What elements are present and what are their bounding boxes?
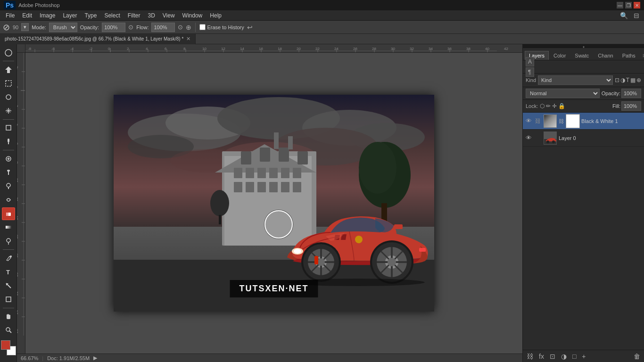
svg-rect-17 [8, 187, 9, 189]
new-layer-icon[interactable]: + [580, 352, 587, 361]
filter-kind-select[interactable]: Kind Name Effect Mode Attribute Color Sm… [538, 75, 613, 85]
fill-value-input[interactable] [621, 101, 641, 111]
text-tool[interactable]: T [2, 265, 15, 278]
svg-point-151 [210, 190, 229, 216]
active-tab[interactable]: photo-1527247043589-98e6ac08f56c.jpg @ 6… [0, 34, 196, 44]
tool-preset-button[interactable] [2, 46, 15, 59]
svg-rect-177 [314, 256, 318, 264]
eraser-tool[interactable] [2, 207, 15, 220]
mode-select[interactable]: Brush Pencil Block [49, 23, 77, 32]
layer-thumb-bw1 [544, 115, 557, 128]
layer-visibility-bw1[interactable]: 👁 [526, 117, 533, 124]
delete-layer-icon[interactable]: 🗑 [632, 352, 642, 361]
canvas-viewport[interactable]: TUTSXEN·NET [25, 53, 522, 354]
opacity-input[interactable] [102, 23, 125, 32]
shape-tool[interactable] [2, 293, 15, 306]
lock-transparent-icon[interactable]: ⬡ [540, 103, 545, 109]
svg-rect-28 [8, 314, 8, 317]
filter-pixel-icon[interactable]: ⊡ [615, 77, 619, 83]
filter-shape-icon[interactable]: ▦ [630, 77, 636, 83]
history-brush-icon[interactable]: ↩ [247, 24, 253, 31]
clone-tool[interactable] [2, 180, 15, 192]
erase-history-checkbox[interactable]: Erase to History [199, 24, 244, 30]
lock-artboards-icon[interactable]: 🔒 [558, 103, 565, 109]
flow-input[interactable] [151, 23, 175, 32]
close-button[interactable]: ✕ [634, 2, 640, 8]
layer-style-icon[interactable]: fx [537, 352, 546, 361]
menu-view[interactable]: View [159, 11, 179, 20]
lasso-tool[interactable] [2, 90, 15, 103]
minimize-button[interactable]: — [617, 2, 623, 8]
move-tool[interactable] [2, 63, 15, 76]
dodge-tool[interactable] [2, 235, 15, 247]
layer-thumb-layer0 [544, 132, 557, 145]
airbrush-icon[interactable]: ⊕ [186, 24, 191, 31]
flow-icon: ⊙ [178, 24, 183, 31]
eyedropper-tool[interactable] [2, 135, 15, 148]
magic-wand-tool[interactable] [2, 105, 15, 117]
brush-tool[interactable] [2, 166, 15, 179]
layer-mask-icon[interactable]: ⊡ [548, 352, 557, 361]
filter-text-icon[interactable]: T [626, 77, 629, 83]
canvas-area[interactable]: -8 -6 -4 -2 0 2 4 6 8 10 12 14 16 18 20 … [17, 44, 522, 362]
foreground-background-colors[interactable] [1, 340, 16, 355]
panel-menu-icon[interactable]: ≡ [641, 50, 644, 60]
svg-rect-147 [288, 136, 293, 149]
menu-layer[interactable]: Layer [59, 11, 81, 20]
lock-pixels-icon[interactable]: ✏ [546, 103, 551, 109]
status-arrow[interactable]: ▶ [93, 355, 97, 361]
tab-channels[interactable]: Chann [594, 51, 617, 60]
zoom-tool[interactable] [2, 324, 15, 337]
tool-preset-icon[interactable]: ⊘ [3, 22, 10, 33]
layer-visibility-layer0[interactable]: 👁 [526, 134, 533, 141]
menu-file[interactable]: File [2, 11, 18, 20]
menu-select[interactable]: Select [100, 11, 124, 20]
panel-tabs: Layers Color Swatc Chann Paths ≡ [523, 48, 644, 60]
menu-edit[interactable]: Edit [18, 11, 36, 20]
new-group-icon[interactable]: □ [570, 352, 578, 361]
brush-preset-icon[interactable]: ▾ [21, 23, 29, 31]
svg-rect-25 [6, 297, 11, 302]
tab-paths[interactable]: Paths [618, 51, 640, 60]
hand-tool[interactable] [2, 310, 15, 323]
new-fill-layer-icon[interactable]: ◑ [559, 352, 569, 361]
tab-color[interactable]: Color [549, 51, 570, 60]
filter-smartobject-icon[interactable]: ⊕ [636, 77, 641, 83]
layer-item-bw1[interactable]: 👁 ⛓ ⛓ Black & White 1 [523, 113, 644, 130]
search-icon[interactable]: 🔍 [617, 11, 631, 20]
options-bar: ⊘ 90 ▾ Mode: Brush Pencil Block Opacity:… [0, 21, 644, 34]
svg-text:-8: -8 [28, 47, 32, 51]
history-brush-tool[interactable] [2, 193, 15, 206]
layer-mask-thumb-bw1[interactable] [566, 115, 579, 128]
panel-tool-icon-1[interactable]: A [526, 57, 534, 66]
marquee-tool[interactable] [2, 77, 15, 90]
menu-window[interactable]: Window [179, 11, 206, 20]
pen-tool[interactable] [2, 252, 15, 264]
tab-close-icon[interactable]: ✕ [186, 36, 190, 42]
path-selection-tool[interactable] [2, 279, 15, 292]
svg-rect-134 [281, 168, 289, 178]
svg-rect-142 [241, 151, 251, 165]
restore-button[interactable]: ❐ [625, 2, 632, 8]
lock-position-icon[interactable]: ✛ [552, 103, 557, 109]
layer-item-layer0[interactable]: 👁 Layer 0 [523, 130, 644, 147]
crop-tool[interactable] [2, 122, 15, 134]
link-layers-icon[interactable]: ⛓ [525, 352, 535, 361]
foreground-color[interactable] [1, 340, 10, 350]
menu-image[interactable]: Image [36, 11, 59, 20]
menu-3d[interactable]: 3D [144, 11, 158, 20]
menu-type[interactable]: Type [81, 11, 100, 20]
filter-adjustment-icon[interactable]: ◑ [620, 77, 625, 83]
layer-link-icon[interactable]: ⛓ [559, 118, 564, 124]
svg-rect-143 [260, 148, 270, 162]
svg-text:18: 18 [17, 254, 19, 258]
workspace-icon[interactable]: ⊟ [631, 11, 642, 20]
tab-swatches[interactable]: Swatc [570, 51, 593, 60]
menu-help[interactable]: Help [206, 11, 225, 20]
svg-point-156 [294, 249, 301, 254]
blend-mode-select[interactable]: Normal Dissolve Multiply Screen Overlay [526, 89, 600, 98]
menu-filter[interactable]: Filter [124, 11, 144, 20]
opacity-value-input[interactable] [621, 89, 641, 98]
healing-tool[interactable] [2, 152, 15, 165]
gradient-tool[interactable] [2, 221, 15, 234]
